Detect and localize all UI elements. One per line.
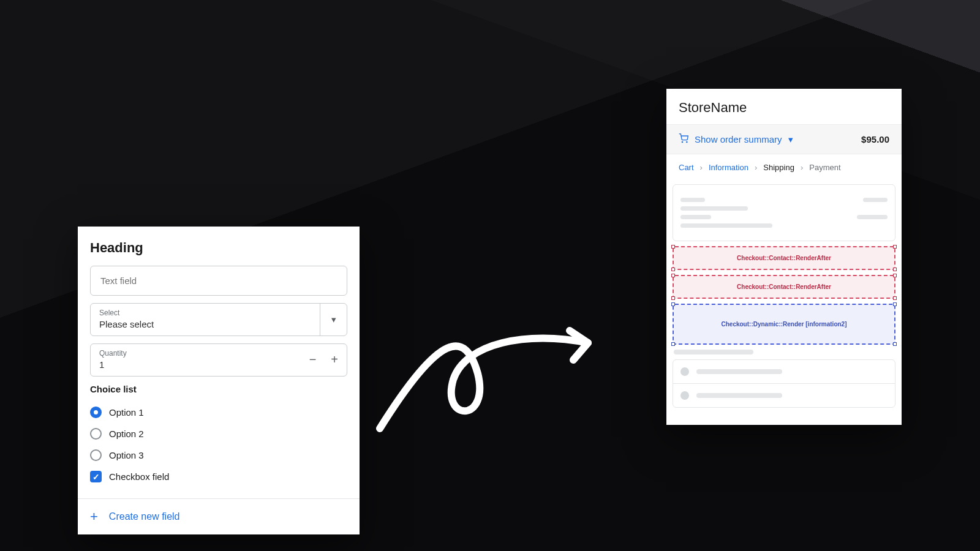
radio-icon: [90, 449, 102, 461]
svg-point-1: [687, 141, 687, 142]
svg-point-0: [682, 141, 682, 142]
choice-option-3[interactable]: Option 3: [90, 444, 347, 466]
chevron-right-icon: ›: [801, 163, 803, 172]
quantity-label: Quantity: [99, 350, 127, 357]
extension-point-contact-after[interactable]: Checkout::Contact::RenderAfter: [673, 275, 895, 299]
quantity-stepper[interactable]: Quantity 1 − +: [90, 343, 347, 377]
choice-label: Option 3: [109, 450, 144, 460]
choice-option-1[interactable]: Option 1: [90, 402, 347, 423]
content-placeholder-options: [673, 359, 895, 408]
quantity-decrement-button[interactable]: −: [309, 353, 317, 367]
chevron-down-icon: ▾: [788, 134, 793, 145]
chevron-right-icon: ›: [700, 163, 703, 172]
field-config-card: Heading Select Please select ▾ Quantity …: [78, 227, 360, 534]
create-new-field-button[interactable]: + Create new field: [78, 498, 360, 534]
chevron-right-icon: ›: [755, 163, 757, 172]
select-label: Select: [99, 309, 311, 317]
choice-option-2[interactable]: Option 2: [90, 423, 347, 444]
radio-icon: [90, 407, 102, 418]
cart-icon: [679, 133, 688, 145]
order-summary-toggle[interactable]: Show order summary ▾ $95.00: [666, 124, 902, 154]
select-field[interactable]: Select Please select ▾: [90, 303, 347, 336]
crumb-cart[interactable]: Cart: [679, 163, 694, 172]
extension-point-label: Checkout::Contact::RenderAfter: [737, 283, 831, 290]
checkbox-icon: ✓: [90, 471, 102, 482]
checkbox-field[interactable]: ✓ Checkbox field: [90, 466, 347, 487]
extension-point-contact-after[interactable]: Checkout::Contact::RenderAfter: [673, 246, 895, 270]
order-summary-label: Show order summary: [695, 134, 782, 144]
radio-icon: [90, 428, 102, 440]
crumb-information[interactable]: Information: [709, 163, 748, 172]
store-name: StoreName: [666, 89, 902, 124]
checkout-breadcrumb: Cart › Information › Shipping › Payment: [666, 154, 902, 181]
crumb-shipping: Shipping: [763, 163, 794, 172]
content-placeholder-bar: [674, 350, 753, 354]
choice-label: Option 1: [109, 407, 144, 418]
order-total: $95.00: [861, 134, 889, 144]
quantity-increment-button[interactable]: +: [331, 353, 338, 367]
extension-point-label: Checkout::Dynamic::Render [information2]: [721, 321, 846, 328]
select-chevron-icon[interactable]: ▾: [320, 304, 347, 335]
text-field-input[interactable]: [99, 275, 338, 287]
choice-list-title: Choice list: [90, 384, 347, 394]
heading: Heading: [90, 240, 347, 256]
extension-point-dynamic[interactable]: Checkout::Dynamic::Render [information2]: [673, 304, 895, 345]
extension-point-label: Checkout::Contact::RenderAfter: [737, 255, 831, 261]
content-placeholder-block: [673, 184, 895, 241]
checkout-preview-card: StoreName Show order summary ▾ $95.00 Ca…: [666, 89, 902, 425]
choice-label: Option 2: [109, 429, 144, 439]
checkbox-label: Checkbox field: [109, 471, 169, 482]
select-value: Please select: [99, 319, 311, 329]
crumb-payment: Payment: [809, 163, 840, 172]
text-field[interactable]: [90, 266, 347, 296]
create-new-field-label: Create new field: [109, 511, 180, 522]
quantity-value: 1: [99, 359, 127, 370]
plus-icon: +: [90, 510, 98, 523]
